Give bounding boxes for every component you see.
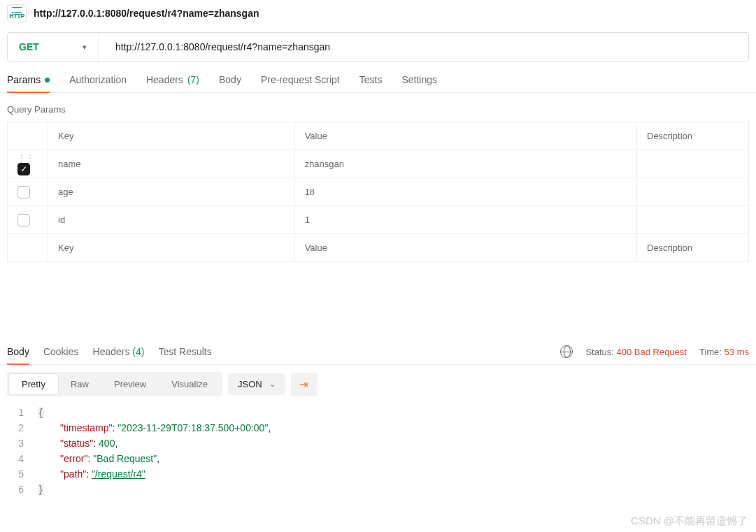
table-row[interactable]: ⋮⋮ ✓ name zhansgan xyxy=(8,150,749,178)
cell-key[interactable]: age xyxy=(48,178,295,206)
resp-tab-headers[interactable]: Headers (4) xyxy=(93,339,145,364)
table-row-new[interactable]: Key Value Description xyxy=(8,234,749,262)
response-body[interactable]: 1{ 2"timestamp": "2023-11-29T07:18:37.50… xyxy=(0,403,756,504)
table-row[interactable]: age 18 xyxy=(8,178,749,206)
time-block[interactable]: Time: 53 ms xyxy=(699,347,749,357)
cell-value[interactable]: 18 xyxy=(294,178,636,206)
col-key: Key xyxy=(48,122,295,150)
resp-tab-testresults[interactable]: Test Results xyxy=(158,339,211,364)
title-bar: HTTP http://127.0.0.1:8080/request/r4?na… xyxy=(0,0,756,27)
table-header-row: Key Value Description xyxy=(8,122,749,150)
row-checkbox[interactable]: ✓ xyxy=(17,163,30,175)
wrap-lines-button[interactable]: ⇥ xyxy=(291,373,318,396)
query-params-table: Key Value Description ⋮⋮ ✓ name zhansgan… xyxy=(7,122,749,262)
view-visualize[interactable]: Visualize xyxy=(159,374,220,394)
tab-params[interactable]: Params xyxy=(7,74,50,92)
col-description: Description xyxy=(637,122,749,150)
time-label: Time: xyxy=(699,347,722,357)
cell-key-placeholder[interactable]: Key xyxy=(48,234,295,262)
tab-tests[interactable]: Tests xyxy=(359,74,383,92)
cell-desc[interactable] xyxy=(637,178,749,206)
row-checkbox[interactable] xyxy=(17,214,30,227)
cell-desc-placeholder[interactable]: Description xyxy=(637,234,749,262)
tab-headers-count: (7) xyxy=(187,74,199,85)
drag-handle-icon[interactable]: ⋮⋮ xyxy=(17,153,26,163)
format-label: JSON xyxy=(238,379,262,389)
row-checkbox[interactable] xyxy=(17,186,30,199)
cell-desc[interactable] xyxy=(637,206,749,234)
tab-headers[interactable]: Headers (7) xyxy=(146,74,199,92)
cell-value[interactable]: 1 xyxy=(294,206,636,234)
status-block[interactable]: Status: 400 Bad Request xyxy=(585,347,687,357)
resp-tab-headers-count: (4) xyxy=(132,346,144,357)
globe-icon[interactable] xyxy=(560,345,573,358)
watermark: CSDN @不能再留遗憾了 xyxy=(631,515,748,528)
cell-desc[interactable] xyxy=(637,150,749,178)
status-label: Status: xyxy=(585,347,613,357)
cell-value-placeholder[interactable]: Value xyxy=(294,234,636,262)
cell-key[interactable]: name xyxy=(48,150,295,178)
response-tabs-row: Body Cookies Headers (4) Test Results St… xyxy=(0,339,756,365)
method-label: GET xyxy=(19,41,39,52)
cell-value[interactable]: zhansgan xyxy=(294,150,636,178)
request-tabs: Params Authorization Headers (7) Body Pr… xyxy=(0,62,756,93)
response-meta: Status: 400 Bad Request Time: 53 ms xyxy=(560,345,749,358)
query-params-label: Query Params xyxy=(0,93,756,122)
tab-title: http://127.0.0.1:8080/request/r4?name=zh… xyxy=(34,8,259,19)
tab-authorization[interactable]: Authorization xyxy=(69,74,127,92)
view-pretty[interactable]: Pretty xyxy=(9,374,58,394)
resp-tab-body[interactable]: Body xyxy=(7,339,29,364)
response-tabs: Body Cookies Headers (4) Test Results xyxy=(7,339,212,364)
wrap-icon: ⇥ xyxy=(299,378,308,391)
status-value: 400 Bad Request xyxy=(616,347,686,357)
tab-settings[interactable]: Settings xyxy=(401,74,437,92)
resp-tab-headers-label: Headers xyxy=(93,346,130,357)
request-bar: GET ▾ xyxy=(7,32,749,62)
url-input[interactable] xyxy=(99,33,748,61)
method-select[interactable]: GET ▾ xyxy=(8,33,99,61)
chevron-down-icon: ⌄ xyxy=(269,380,276,389)
view-raw[interactable]: Raw xyxy=(58,374,101,394)
table-row[interactable]: id 1 xyxy=(8,206,749,234)
view-preview[interactable]: Preview xyxy=(101,374,159,394)
params-active-dot-icon xyxy=(45,78,50,82)
view-mode-segment: Pretty Raw Preview Visualize xyxy=(7,372,222,396)
col-value: Value xyxy=(294,122,636,150)
tab-headers-label: Headers xyxy=(146,74,183,85)
format-select[interactable]: JSON ⌄ xyxy=(228,373,285,395)
cell-key[interactable]: id xyxy=(48,206,295,234)
chevron-down-icon: ▾ xyxy=(83,43,87,52)
tab-params-label: Params xyxy=(7,74,41,85)
tab-body[interactable]: Body xyxy=(219,74,241,92)
time-value: 53 ms xyxy=(725,347,749,357)
viewer-bar: Pretty Raw Preview Visualize JSON ⌄ ⇥ xyxy=(0,365,756,403)
resp-tab-cookies[interactable]: Cookies xyxy=(43,339,79,364)
tab-prerequest[interactable]: Pre-request Script xyxy=(261,74,340,92)
http-icon: HTTP xyxy=(7,4,27,22)
